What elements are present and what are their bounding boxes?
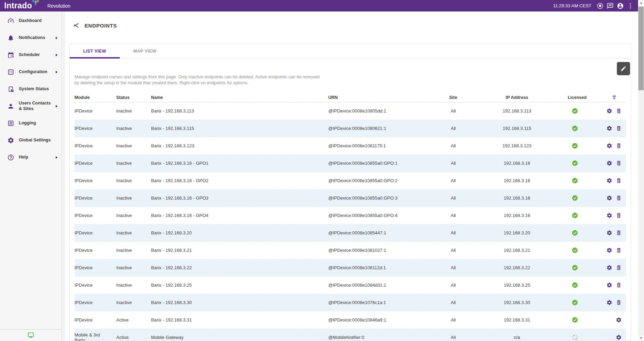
intrado-logo: Intrado (0, 1, 32, 10)
sidebar-item-system-status[interactable]: System Status (0, 80, 61, 98)
table-row[interactable]: IPDeviceInactiveBarix - 192.168.3.16 - G… (74, 207, 626, 224)
scrollbar-down-icon[interactable]: ▼ (638, 335, 644, 341)
row-settings-gear-icon[interactable] (606, 195, 612, 201)
row-settings-gear-icon[interactable] (606, 160, 612, 166)
cell-site: All (438, 195, 469, 201)
cell-ip: 192.168.3.22 (469, 265, 565, 270)
account-icon[interactable] (617, 2, 624, 9)
sidebar-item-users-contacts-sites[interactable]: Users Contacts & Sites (0, 98, 61, 115)
sidebar-item-label: Global Settings (19, 138, 51, 143)
cell-status: Inactive (116, 300, 151, 305)
sidebar-item-logging[interactable]: Logging (0, 115, 61, 132)
row-settings-gear-icon[interactable] (606, 143, 612, 149)
topbar-actions: 11:29:33 AM CEST (553, 2, 638, 9)
cell-licensed (565, 160, 589, 166)
sidebar-item-global-settings[interactable]: Global Settings (0, 132, 61, 149)
cell-module: IPDevice (74, 143, 116, 148)
row-settings-gear-icon[interactable] (606, 265, 612, 271)
row-settings-gear-icon[interactable] (606, 125, 612, 131)
tab-map-view[interactable]: MAP VIEW (120, 44, 170, 58)
alarm-icon[interactable] (597, 2, 604, 9)
licensed-check-icon (572, 264, 578, 271)
page-description: Manage endpoint names and settings from … (74, 74, 631, 86)
row-settings-gear-icon[interactable] (616, 317, 622, 323)
row-delete-trash-icon[interactable] (616, 160, 622, 166)
brand: Intrado Revolution (0, 1, 70, 10)
row-delete-trash-icon[interactable] (616, 265, 622, 271)
row-settings-gear-icon[interactable] (606, 230, 612, 236)
scrollbar-up-icon[interactable]: ▲ (638, 0, 644, 6)
row-delete-trash-icon[interactable] (616, 108, 622, 114)
column-filter-icon[interactable] (611, 94, 618, 101)
row-settings-gear-icon[interactable] (606, 247, 612, 253)
table-row[interactable]: IPDeviceInactiveBarix - 192.168.3.20@IPD… (74, 224, 626, 242)
monitor-icon[interactable] (27, 332, 35, 339)
cell-name: Barix - 192.168.3.115 (151, 126, 328, 131)
row-delete-trash-icon[interactable] (616, 125, 622, 131)
sidebar-item-label: Help (19, 155, 28, 160)
sidebar-item-label: Scheduler (19, 52, 40, 58)
row-delete-trash-icon[interactable] (616, 212, 622, 218)
row-delete-trash-icon[interactable] (616, 178, 622, 184)
table-row[interactable]: IPDeviceInactiveBarix - 192.168.3.16 - G… (74, 189, 626, 207)
sidebar-item-notifications[interactable]: Notifications (0, 29, 61, 46)
table-row[interactable]: IPDeviceActiveBarix - 192.168.3.31@IPDev… (74, 311, 626, 329)
row-actions (589, 300, 626, 305)
sidebar-item-configuration[interactable]: Configuration (0, 63, 61, 80)
row-delete-trash-icon[interactable] (616, 300, 622, 305)
cell-site: All (438, 317, 469, 323)
scrollbar-thumb[interactable] (638, 7, 644, 90)
tab-list-view[interactable]: LIST VIEW (70, 44, 120, 58)
scrollbar[interactable]: ▲ ▼ (638, 0, 644, 341)
sidebar-item-help[interactable]: Help (0, 149, 61, 166)
cell-status: Inactive (116, 178, 151, 183)
row-delete-trash-icon[interactable] (616, 282, 622, 288)
cell-licensed (565, 177, 589, 184)
cell-ip: 192.168.3.113 (469, 108, 565, 114)
table-row[interactable]: IPDeviceInactiveBarix - 192.168.3.25@IPD… (74, 277, 626, 294)
cell-licensed (565, 125, 589, 132)
table-row[interactable]: IPDeviceInactiveBarix - 192.168.3.21@IPD… (74, 242, 626, 259)
row-actions (589, 108, 626, 114)
cell-site: All (438, 178, 469, 183)
edit-button[interactable] (617, 62, 630, 75)
row-actions (589, 125, 626, 131)
row-settings-gear-icon[interactable] (606, 212, 612, 218)
table-row[interactable]: IPDeviceInactiveBarix - 192.168.3.16 - G… (74, 155, 626, 172)
cell-module: IPDevice (74, 161, 116, 166)
table-row[interactable]: IPDeviceInactiveBarix - 192.168.3.22@IPD… (74, 259, 626, 277)
cell-name: Barix - 192.168.3.16 - GPO1 (151, 161, 328, 166)
row-delete-trash-icon[interactable] (616, 195, 622, 201)
endpoints-table: Module Status Name URN Site IP Address L… (74, 93, 626, 341)
table-row[interactable]: IPDeviceInactiveBarix - 192.168.3.16 - G… (74, 172, 626, 189)
cell-licensed (565, 317, 589, 323)
more-menu-icon[interactable] (627, 2, 634, 9)
cell-name: Mobile Gateway (151, 335, 328, 340)
cell-status: Inactive (116, 161, 151, 166)
cell-urn: @IPDevice:0008e10855a0:GPO:2 (328, 178, 438, 183)
cell-site: All (438, 300, 469, 305)
table-row[interactable]: IPDeviceInactiveBarix - 192.168.3.113@IP… (74, 102, 626, 120)
cell-site: All (438, 248, 469, 253)
sidebar-item-scheduler[interactable]: Scheduler (0, 46, 61, 63)
row-delete-trash-icon[interactable] (616, 230, 622, 236)
row-settings-gear-icon[interactable] (606, 282, 612, 288)
table-row[interactable]: Mobile & 3rd PartyActiveMobile Gateway@M… (74, 329, 626, 341)
row-settings-gear-icon[interactable] (606, 108, 612, 114)
cell-licensed (565, 264, 589, 271)
cell-status: Inactive (116, 143, 151, 148)
row-settings-gear-icon[interactable] (606, 300, 612, 305)
row-settings-gear-icon[interactable] (616, 334, 622, 340)
row-delete-trash-icon[interactable] (616, 247, 622, 253)
table-row[interactable]: IPDeviceInactiveBarix - 192.168.3.115@IP… (74, 120, 626, 137)
cell-name: Barix - 192.168.3.30 (151, 300, 328, 305)
feedback-icon[interactable] (607, 2, 614, 9)
row-actions (589, 265, 626, 271)
cell-module: IPDevice (74, 108, 116, 114)
table-row[interactable]: IPDeviceInactiveBarix - 192.168.3.123@IP… (74, 137, 626, 155)
row-settings-gear-icon[interactable] (606, 178, 612, 184)
row-delete-trash-icon[interactable] (616, 143, 622, 149)
cell-licensed (565, 230, 589, 236)
table-row[interactable]: IPDeviceInactiveBarix - 192.168.3.30@IPD… (74, 294, 626, 311)
sidebar-item-dashboard[interactable]: Dashboard (0, 12, 61, 29)
